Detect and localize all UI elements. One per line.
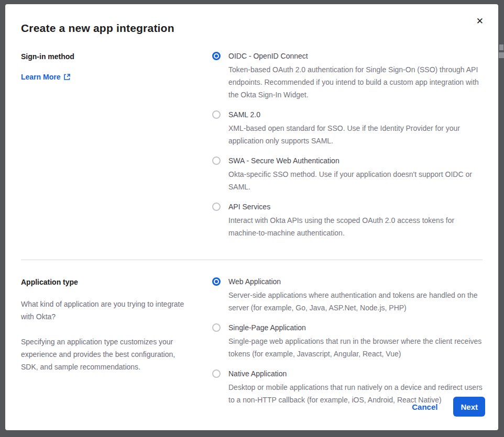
- cancel-button[interactable]: Cancel: [412, 402, 437, 411]
- signin-option-saml[interactable]: SAML 2.0 XML-based open standard for SSO…: [212, 110, 483, 147]
- application-type-explanation: Specifying an application type customize…: [21, 335, 191, 373]
- apptype-option-web[interactable]: Web Application Server-side applications…: [212, 277, 483, 314]
- apptype-option-label[interactable]: Single-Page Application: [228, 323, 483, 332]
- apptype-option-spa[interactable]: Single-Page Application Single-page web …: [212, 323, 483, 360]
- radio-swa[interactable]: [212, 156, 221, 165]
- dialog-footer: Cancel Next: [412, 397, 485, 417]
- signin-option-label[interactable]: OIDC - OpenID Connect: [228, 51, 483, 61]
- learn-more-link[interactable]: Learn More: [21, 73, 71, 81]
- section-divider: [21, 260, 483, 260]
- signin-option-description: Okta-specific SSO method. Use if your ap…: [228, 168, 483, 193]
- signin-option-label[interactable]: SAML 2.0: [228, 110, 483, 119]
- apptype-option-description: Server-side applications where authentic…: [228, 289, 483, 314]
- external-link-icon: [63, 73, 71, 81]
- sign-in-method-heading: Sign-in method: [21, 51, 191, 62]
- application-type-heading: Application type: [21, 277, 191, 287]
- create-app-integration-dialog: ✕ Create a new app integration Sign-in m…: [5, 4, 498, 430]
- background-page-fragment: [499, 44, 503, 50]
- radio-spa[interactable]: [212, 323, 221, 332]
- radio-native-app[interactable]: [212, 369, 221, 378]
- close-icon[interactable]: ✕: [476, 17, 484, 26]
- application-type-question: What kind of application are you trying …: [21, 298, 191, 323]
- signin-option-label[interactable]: API Services: [228, 202, 483, 211]
- signin-option-description: Interact with Okta APIs using the scoped…: [228, 214, 483, 239]
- radio-oidc-selected[interactable]: [212, 52, 221, 60]
- radio-web-app-selected[interactable]: [212, 277, 221, 286]
- next-button[interactable]: Next: [453, 397, 485, 417]
- signin-option-oidc[interactable]: OIDC - OpenID Connect Token-based OAuth …: [212, 51, 483, 101]
- signin-option-swa[interactable]: SWA - Secure Web Authentication Okta-spe…: [212, 156, 483, 193]
- dialog-title: Create a new app integration: [21, 22, 483, 35]
- background-page-fragment: [499, 52, 504, 58]
- apptype-option-label[interactable]: Native Application: [228, 369, 483, 378]
- apptype-option-label[interactable]: Web Application: [228, 277, 483, 286]
- radio-api-services[interactable]: [212, 203, 221, 211]
- signin-option-label[interactable]: SWA - Secure Web Authentication: [228, 156, 483, 165]
- signin-option-description: Token-based OAuth 2.0 authentication for…: [228, 63, 483, 101]
- signin-option-api-services[interactable]: API Services Interact with Okta APIs usi…: [212, 202, 483, 239]
- apptype-option-description: Single-page web applications that run in…: [228, 335, 483, 360]
- application-type-section: Application type What kind of applicatio…: [21, 277, 483, 406]
- radio-saml[interactable]: [212, 110, 221, 119]
- learn-more-label: Learn More: [21, 73, 60, 81]
- signin-option-description: XML-based open standard for SSO. Use if …: [228, 122, 483, 147]
- sign-in-method-section: Sign-in method Learn More OIDC - OpenID …: [21, 51, 483, 239]
